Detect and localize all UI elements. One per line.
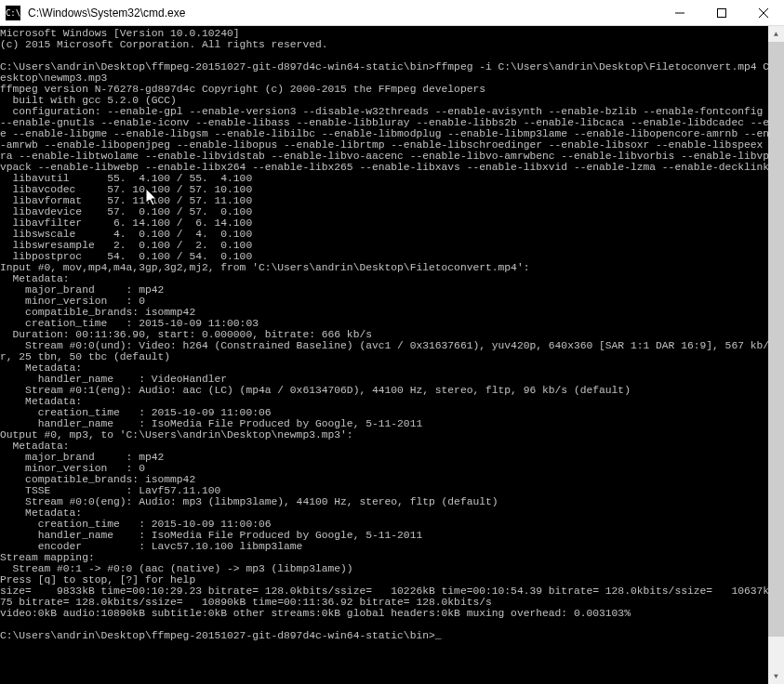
terminal-line: libavutil 55. 4.100 / 55. 4.100	[0, 173, 784, 184]
terminal-line: ffmpeg version N-76278-gd897d4c Copyrigh…	[0, 84, 784, 95]
terminal-line: Microsoft Windows [Version 10.0.10240]	[0, 28, 784, 39]
terminal-line: vpack --enable-libwebp --enable-libx264 …	[0, 162, 784, 173]
window-controls	[658, 0, 784, 25]
terminal-line: major_brand : mp42	[0, 452, 784, 463]
terminal-line: -amrwb --enable-libopenjpeg --enable-lib…	[0, 139, 784, 151]
terminal-line: video:0kB audio:10890kB subtitle:0kB oth…	[0, 608, 784, 619]
terminal-line: Metadata:	[0, 396, 784, 407]
terminal-line: libavfilter 6. 14.100 / 6. 14.100	[0, 217, 784, 229]
terminal-line: encoder : Lavc57.10.100 libmp3lame	[0, 541, 784, 552]
terminal-line: Output #0, mp3, to 'C:\Users\andrin\Desk…	[0, 429, 784, 441]
terminal-line: Metadata:	[0, 441, 784, 452]
terminal-line: compatible_brands: isommp42	[0, 307, 784, 318]
terminal-line: Stream #0:1 -> #0:0 (aac (native) -> mp3…	[0, 563, 784, 574]
terminal-line: Stream mapping:	[0, 552, 784, 563]
scroll-up-arrow[interactable]: ▲	[768, 26, 784, 42]
terminal-line: handler_name : IsoMedia File Produced by…	[0, 530, 784, 541]
terminal-line: built with gcc 5.2.0 (GCC)	[0, 95, 784, 106]
terminal-line: ra --enable-libtwolame --enable-libvidst…	[0, 151, 784, 162]
scroll-down-arrow[interactable]: ▼	[768, 668, 784, 684]
terminal-line: Metadata:	[0, 273, 784, 284]
terminal-line: configuration: --enable-gpl --enable-ver…	[0, 106, 784, 117]
terminal-line: libavdevice 57. 0.100 / 57. 0.100	[0, 206, 784, 217]
terminal-line: compatible_brands: isommp42	[0, 474, 784, 485]
terminal-line: handler_name : IsoMedia File Produced by…	[0, 418, 784, 429]
terminal-line: Metadata:	[0, 507, 784, 519]
terminal-line: size= 9833kB time=00:10:29.23 bitrate= 1…	[0, 585, 784, 597]
scroll-thumb[interactable]	[768, 42, 784, 637]
terminal-line: libavformat 57. 11.100 / 57. 11.100	[0, 195, 784, 206]
terminal-line: Stream #0:0(und): Video: h264 (Constrain…	[0, 340, 784, 351]
terminal-line: libswresample 2. 0.100 / 2. 0.100	[0, 240, 784, 251]
terminal-line	[0, 50, 784, 61]
terminal-line: creation_time : 2015-10-09 11:00:06	[0, 407, 784, 418]
terminal-line: Input #0, mov,mp4,m4a,3gp,3g2,mj2, from …	[0, 262, 784, 273]
terminal-line: C:\Users\andrin\Desktop\ffmpeg-20151027-…	[0, 630, 784, 641]
terminal-line: --enable-gnutls --enable-iconv --enable-…	[0, 117, 784, 128]
terminal-line: libswscale 4. 0.100 / 4. 0.100	[0, 229, 784, 240]
terminal-line	[0, 619, 784, 630]
terminal-line: Stream #0:1(eng): Audio: aac (LC) (mp4a …	[0, 385, 784, 396]
window-title: C:\Windows\System32\cmd.exe	[26, 7, 658, 20]
text-cursor: _	[435, 630, 441, 641]
terminal-line: C:\Users\andrin\Desktop\ffmpeg-20151027-…	[0, 61, 784, 72]
terminal-line: libavcodec 57. 10.100 / 57. 10.100	[0, 184, 784, 195]
terminal-line: libpostproc 54. 0.100 / 54. 0.100	[0, 251, 784, 262]
terminal-line: minor_version : 0	[0, 463, 784, 474]
svg-rect-1	[717, 8, 725, 17]
terminal-line: creation_time : 2015-10-09 11:00:06	[0, 519, 784, 530]
window-titlebar: C:\ C:\Windows\System32\cmd.exe	[0, 0, 784, 26]
vertical-scrollbar[interactable]: ▲ ▼	[768, 26, 784, 684]
close-button[interactable]	[742, 0, 784, 25]
terminal-line: Metadata:	[0, 362, 784, 374]
terminal-output[interactable]: Microsoft Windows [Version 10.0.10240](c…	[0, 26, 784, 684]
terminal-line: handler_name : VideoHandler	[0, 374, 784, 385]
terminal-line: (c) 2015 Microsoft Corporation. All righ…	[0, 39, 784, 50]
terminal-wrapper: Microsoft Windows [Version 10.0.10240](c…	[0, 26, 784, 684]
terminal-line: TSSE : Lavf57.11.100	[0, 485, 784, 496]
terminal-line: Duration: 00:11:36.90, start: 0.000000, …	[0, 329, 784, 340]
terminal-line: Press [q] to stop, [?] for help	[0, 574, 784, 585]
terminal-line: r, 25 tbn, 50 tbc (default)	[0, 351, 784, 362]
terminal-line: esktop\newmp3.mp3	[0, 72, 784, 84]
terminal-line: e --enable-libgme --enable-libgsm --enab…	[0, 128, 784, 139]
terminal-line: major_brand : mp42	[0, 284, 784, 296]
minimize-button[interactable]	[658, 0, 700, 25]
cmd-icon: C:\	[6, 6, 20, 20]
terminal-line: minor_version : 0	[0, 296, 784, 307]
maximize-button[interactable]	[700, 0, 742, 25]
terminal-line: creation_time : 2015-10-09 11:00:03	[0, 318, 784, 329]
terminal-line: 75 bitrate= 128.0kbits/ssize= 10890kB ti…	[0, 597, 784, 608]
terminal-line: Stream #0:0(eng): Audio: mp3 (libmp3lame…	[0, 496, 784, 507]
